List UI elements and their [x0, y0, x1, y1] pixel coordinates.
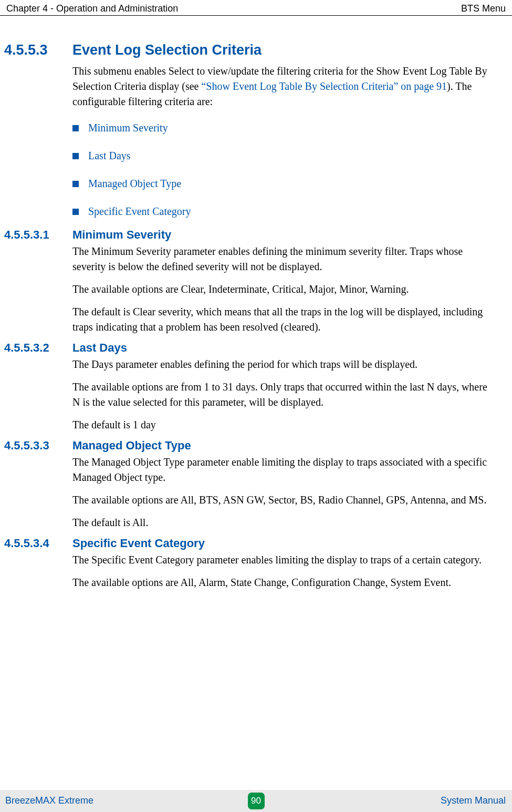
- list-item: Specific Event Category: [72, 205, 491, 218]
- section-heading: 4.5.5.3 Event Log Selection Criteria: [0, 42, 491, 58]
- footer-left: BreezeMAX Extreme: [5, 795, 93, 806]
- page-footer: BreezeMAX Extreme 90 System Manual: [0, 790, 512, 812]
- page-number-badge: 90: [248, 793, 265, 809]
- footer-right: System Manual: [441, 795, 506, 806]
- body-paragraph: The default is 1 day: [72, 417, 491, 433]
- heading-number: 4.5.5.3.1: [0, 228, 72, 242]
- header-right: BTS Menu: [461, 3, 506, 14]
- bullet-link[interactable]: Last Days: [88, 150, 131, 162]
- square-bullet-icon: [72, 181, 79, 187]
- page-header: Chapter 4 - Operation and Administration…: [0, 3, 512, 16]
- subsection: 4.5.5.3.3 Managed Object Type The Manage…: [0, 439, 491, 530]
- body-paragraph: The available options are from 1 to 31 d…: [72, 379, 491, 410]
- page-body: 4.5.5.3 Event Log Selection Criteria Thi…: [0, 37, 512, 780]
- heading-title: Specific Event Category: [72, 537, 205, 550]
- list-item: Last Days: [72, 150, 491, 162]
- square-bullet-icon: [72, 125, 79, 131]
- body-paragraph: The default is All.: [72, 515, 491, 530]
- square-bullet-icon: [72, 209, 79, 215]
- intro-paragraph: This submenu enables Select to view/upda…: [72, 64, 491, 109]
- subsection-heading: 4.5.5.3.4 Specific Event Category: [0, 537, 491, 550]
- list-item: Managed Object Type: [72, 178, 491, 190]
- square-bullet-icon: [72, 153, 79, 159]
- heading-number: 4.5.5.3.3: [0, 439, 72, 453]
- bullet-link[interactable]: Managed Object Type: [88, 178, 181, 190]
- bullet-link[interactable]: Minimum Severity: [88, 122, 168, 134]
- subsection: 4.5.5.3.4 Specific Event Category The Sp…: [0, 537, 491, 590]
- bullet-link[interactable]: Specific Event Category: [88, 205, 191, 218]
- heading-title: Event Log Selection Criteria: [72, 42, 262, 58]
- header-left: Chapter 4 - Operation and Administration: [6, 3, 178, 14]
- heading-title: Managed Object Type: [72, 439, 191, 453]
- body-paragraph: The Days parameter enables defining the …: [72, 357, 491, 372]
- heading-title: Last Days: [72, 341, 127, 355]
- heading-number: 4.5.5.3.4: [0, 537, 72, 550]
- body-paragraph: The available options are All, BTS, ASN …: [72, 492, 491, 508]
- subsection-heading: 4.5.5.3.2 Last Days: [0, 341, 491, 355]
- body-paragraph: The available options are All, Alarm, St…: [72, 575, 491, 590]
- subsection: 4.5.5.3.2 Last Days The Days parameter e…: [0, 341, 491, 433]
- page: Chapter 4 - Operation and Administration…: [0, 0, 512, 812]
- body-paragraph: The Managed Object Type parameter enable…: [72, 455, 491, 485]
- heading-title: Minimum Severity: [72, 228, 171, 242]
- subsection: 4.5.5.3.1 Minimum Severity The Minimum S…: [0, 228, 491, 335]
- bullet-list: Minimum Severity Last Days Managed Objec…: [72, 122, 491, 218]
- cross-reference-link[interactable]: “Show Event Log Table By Selection Crite…: [201, 80, 447, 92]
- body-paragraph: The Minimum Severity parameter enables d…: [72, 244, 491, 274]
- heading-number: 4.5.5.3: [0, 42, 72, 58]
- heading-number: 4.5.5.3.2: [0, 341, 72, 355]
- body-paragraph: The available options are Clear, Indeter…: [72, 282, 491, 297]
- subsection-heading: 4.5.5.3.1 Minimum Severity: [0, 228, 491, 242]
- body-paragraph: The default is Clear severity, which mea…: [72, 304, 491, 335]
- list-item: Minimum Severity: [72, 122, 491, 134]
- subsection-heading: 4.5.5.3.3 Managed Object Type: [0, 439, 491, 453]
- body-paragraph: The Specific Event Category parameter en…: [72, 552, 491, 568]
